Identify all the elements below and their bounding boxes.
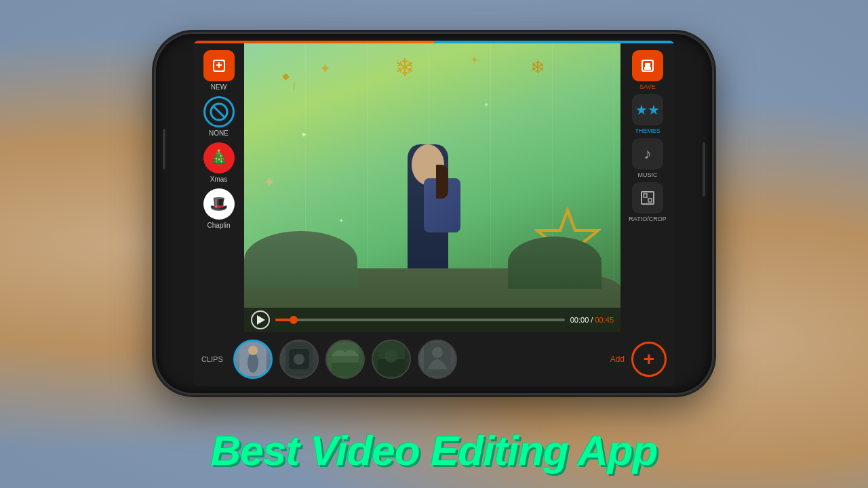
- svg-point-24: [384, 349, 398, 363]
- svg-line-5: [213, 106, 225, 118]
- star-small-1: ✦: [470, 54, 479, 66]
- clip-3-preview: [327, 341, 363, 378]
- sidebar-item-ratio-crop[interactable]: RATIO/CROP: [629, 182, 666, 222]
- sparkle-1: ✦: [300, 130, 307, 140]
- clips-section: CLIPS: [193, 332, 675, 386]
- bottom-tagline: Best Video Editing App: [0, 426, 868, 474]
- themes-label: THEMES: [635, 127, 660, 134]
- clip-thumb-3[interactable]: [326, 340, 365, 379]
- phone-volume-button: [163, 129, 165, 169]
- clip-thumb-5[interactable]: [418, 340, 457, 379]
- svg-rect-3: [218, 62, 220, 68]
- save-icon: [632, 50, 663, 81]
- phone-screen: NEW NONE 🎄: [193, 41, 675, 386]
- new-label: NEW: [211, 83, 226, 91]
- chaplin-label: Chaplin: [208, 222, 231, 229]
- sidebar-item-none[interactable]: NONE: [203, 96, 235, 137]
- sidebar-item-new[interactable]: NEW: [203, 50, 235, 91]
- phone-power-button: [703, 142, 705, 197]
- clip-1-preview: [235, 342, 271, 377]
- mountain-right: [508, 237, 602, 289]
- svg-rect-10: [644, 67, 651, 70]
- svg-point-26: [432, 347, 443, 358]
- none-label: NONE: [209, 129, 229, 137]
- sparkle-3: ✦: [484, 101, 489, 108]
- music-label: MUSIC: [638, 171, 658, 178]
- star-deco-top-left: ✦: [319, 60, 331, 77]
- person-figure: [387, 144, 469, 280]
- none-icon: [203, 96, 235, 127]
- star-deco-mid-left: ✦: [263, 174, 275, 191]
- svg-point-16: [248, 346, 258, 355]
- current-time: 00:00: [570, 316, 589, 324]
- star-deco-top-center: ❄: [395, 54, 415, 82]
- sparkle-2: ✦: [338, 217, 344, 224]
- add-clip-button[interactable]: +: [631, 342, 667, 377]
- playback-bar: 00:00 / 00:45: [244, 308, 620, 332]
- xmas-label: Xmas: [210, 176, 228, 183]
- clip-4-preview: [373, 341, 410, 378]
- clip-thumb-4[interactable]: [372, 340, 411, 379]
- progress-thumb[interactable]: [290, 316, 298, 324]
- ratio-crop-label: RATIO/CROP: [629, 216, 666, 222]
- star-deco-top-right: ❄: [530, 57, 545, 78]
- sidebar-item-save[interactable]: SAVE: [632, 50, 663, 90]
- sidebar-item-themes[interactable]: ★★ THEMES: [632, 94, 663, 134]
- left-sidebar: NEW NONE 🎄: [193, 43, 244, 332]
- sidebar-item-xmas[interactable]: 🎄 Xmas: [203, 142, 235, 183]
- time-display: 00:00 / 00:45: [570, 316, 614, 324]
- xmas-icon: 🎄: [203, 142, 235, 174]
- phone-device: NEW NONE 🎄: [156, 34, 712, 393]
- total-time: 00:45: [595, 316, 614, 324]
- video-preview: ❄ ✦ ❄ ✦ ◆ | ✦ ✦ ✦ ✦: [244, 43, 620, 332]
- progress-fill: [275, 319, 290, 321]
- main-content-area: NEW NONE 🎄: [193, 43, 675, 332]
- svg-rect-9: [645, 63, 650, 67]
- right-sidebar: SAVE ★★ THEMES ♪ MUSIC: [620, 43, 675, 332]
- clip-thumb-2[interactable]: [279, 340, 319, 379]
- kite-string-1: |: [293, 81, 295, 90]
- save-label: SAVE: [639, 83, 655, 90]
- kite-deco-left: ◆: [282, 70, 290, 81]
- sidebar-item-chaplin[interactable]: 🎩 Chaplin: [203, 188, 235, 229]
- progress-track[interactable]: [275, 319, 565, 321]
- chaplin-icon: 🎩: [203, 188, 235, 220]
- svg-point-19: [294, 354, 304, 365]
- svg-rect-13: [648, 199, 652, 202]
- new-icon: [203, 50, 235, 81]
- svg-rect-12: [644, 194, 647, 197]
- svg-point-15: [248, 352, 258, 373]
- mountain-left: [244, 231, 357, 289]
- ratio-crop-icon: [632, 182, 663, 214]
- add-label: Add: [610, 354, 625, 364]
- clip-2-preview: [281, 341, 317, 378]
- clip-5-preview: [419, 341, 456, 378]
- music-icon: ♪: [632, 138, 663, 169]
- svg-rect-21: [332, 363, 359, 376]
- sidebar-item-music[interactable]: ♪ MUSIC: [632, 138, 663, 178]
- themes-icon: ★★: [632, 94, 663, 125]
- clips-label: CLIPS: [201, 355, 223, 363]
- clip-thumb-1[interactable]: [233, 340, 273, 379]
- play-icon: [257, 315, 265, 325]
- play-button[interactable]: [251, 310, 270, 329]
